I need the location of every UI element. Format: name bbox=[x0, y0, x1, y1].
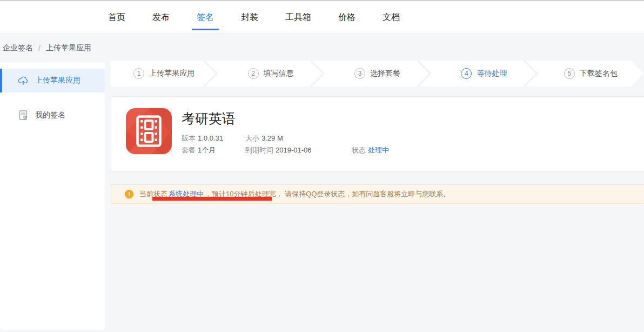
field-value: 1个月 bbox=[198, 146, 216, 154]
nav-item-publish[interactable]: 发布 bbox=[152, 1, 170, 34]
field-label: 到期时间 bbox=[245, 146, 273, 154]
top-nav: 首页 发布 签名 封装 工具箱 价格 文档 bbox=[0, 0, 644, 34]
step-3-choose-plan: 3 选择套餐 bbox=[324, 61, 431, 87]
step-1-upload: 1 上传苹果应用 bbox=[111, 61, 217, 87]
step-label: 填写信息 bbox=[264, 69, 294, 78]
nav-item-package[interactable]: 封装 bbox=[241, 1, 258, 34]
step-label: 等待处理 bbox=[477, 69, 507, 78]
step-label: 选择套餐 bbox=[370, 69, 400, 78]
sidebar-item-upload-apple-app[interactable]: 上传苹果应用 bbox=[0, 69, 105, 92]
nav-item-signing[interactable]: 签名 bbox=[197, 1, 214, 34]
breadcrumb-separator: / bbox=[38, 44, 41, 52]
field-value: 3.29 M bbox=[261, 134, 283, 142]
warning-icon: ! bbox=[125, 190, 133, 198]
step-label: 下载签名包 bbox=[580, 69, 618, 78]
step-number: 5 bbox=[564, 68, 575, 79]
field-plan: 套餐1个月 bbox=[182, 145, 216, 155]
field-status: 状态处理中 bbox=[352, 145, 389, 155]
step-label: 上传苹果应用 bbox=[149, 69, 194, 78]
app-title: 考研英语 bbox=[182, 110, 236, 128]
field-size: 大小3.29 M bbox=[245, 134, 283, 143]
step-number: 1 bbox=[133, 68, 144, 79]
field-value: 1.0.0.31 bbox=[198, 134, 223, 142]
step-2-fill-info: 2 填写信息 bbox=[217, 61, 324, 87]
step-4-waiting: 4 等待处理 bbox=[431, 61, 537, 87]
breadcrumb-root[interactable]: 企业签名 bbox=[3, 43, 33, 53]
step-number: 4 bbox=[461, 68, 472, 79]
field-value: 2019-01-06 bbox=[276, 146, 312, 154]
field-expire-time: 到期时间2019-01-06 bbox=[245, 145, 312, 155]
sidebar-item-label: 我的签名 bbox=[35, 110, 65, 120]
step-number: 3 bbox=[354, 68, 365, 79]
progress-steps: 1 上传苹果应用 2 填写信息 3 选择套餐 4 等待处理 5 下载签名包 bbox=[111, 61, 644, 87]
breadcrumb: 企业签名 / 上传苹果应用 bbox=[3, 35, 91, 61]
field-label: 版本 bbox=[182, 134, 196, 142]
nav-item-pricing[interactable]: 价格 bbox=[338, 1, 355, 34]
field-version: 版本1.0.0.31 bbox=[182, 134, 223, 143]
app-card: 考研英语 版本1.0.0.31 大小3.29 M 套餐1个月 到期时间2019-… bbox=[111, 96, 644, 171]
nav-item-home[interactable]: 首页 bbox=[108, 1, 125, 34]
sidebar-item-my-signatures[interactable]: 我的签名 bbox=[0, 103, 105, 127]
processing-alert: ! 当前状态 系统处理中 ，预计10分钟后处理完， 请保持QQ登录状态，如有问题… bbox=[111, 184, 644, 204]
field-label: 大小 bbox=[245, 134, 259, 142]
step-number: 2 bbox=[248, 68, 259, 79]
cloud-upload-icon bbox=[18, 75, 29, 86]
nav-item-docs[interactable]: 文档 bbox=[383, 1, 400, 34]
sidebar-item-label: 上传苹果应用 bbox=[35, 76, 81, 85]
sidebar: 上传苹果应用 我的签名 bbox=[0, 62, 105, 330]
field-label: 套餐 bbox=[182, 146, 196, 154]
status-badge: 处理中 bbox=[368, 146, 389, 154]
breadcrumb-current: 上传苹果应用 bbox=[46, 43, 91, 53]
nav-item-toolbox[interactable]: 工具箱 bbox=[285, 1, 311, 34]
field-label: 状态 bbox=[352, 146, 366, 154]
signature-doc-icon bbox=[18, 110, 29, 121]
step-5-download: 5 下载签名包 bbox=[538, 61, 644, 87]
film-app-icon bbox=[126, 108, 172, 154]
red-underline-annotation bbox=[152, 197, 272, 201]
